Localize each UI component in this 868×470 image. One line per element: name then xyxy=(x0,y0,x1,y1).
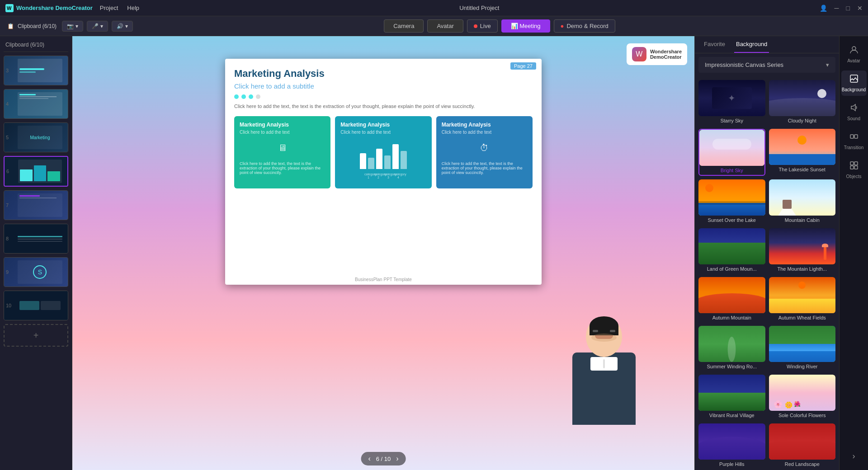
slide-footer: BusinessPlan PPT Template xyxy=(355,277,412,282)
slide-card-2: Marketing Analysis Click here to add the… xyxy=(335,116,431,188)
prev-slide-btn[interactable]: ‹ xyxy=(368,455,370,463)
app-logo: W Wondershare DemoCreator xyxy=(5,4,93,12)
slide-subtitle: Click here to add a subtitle xyxy=(234,82,533,90)
slide-thumb-10[interactable]: 10 xyxy=(4,291,68,320)
maximize-button[interactable]: □ xyxy=(846,5,850,12)
bg-thumb-vibrant-rural xyxy=(698,375,765,411)
slide-thumb-8[interactable]: 8 xyxy=(4,224,68,254)
slide-num-10: 10 xyxy=(6,303,11,308)
slide-num-5: 5 xyxy=(6,135,9,140)
mic-settings-btn[interactable]: 🎤 ▾ xyxy=(87,21,108,32)
avatar-mode-btn[interactable]: Avatar xyxy=(427,19,463,33)
live-btn[interactable]: Live xyxy=(467,19,498,33)
transition-label: Transition xyxy=(844,145,864,150)
bg-item-extra1[interactable]: Purple Hills xyxy=(698,423,765,469)
right-panel-tabs: Favorite Background xyxy=(695,36,839,53)
user-icon[interactable]: 👤 xyxy=(820,5,827,12)
menu-bar: Project Help xyxy=(100,5,139,11)
sidebar-expand-btn[interactable]: › xyxy=(841,448,867,465)
bg-item-lakeside-sunset[interactable]: The Lakeside Sunset xyxy=(769,129,836,176)
meeting-icon: 📊 xyxy=(511,23,518,29)
slide-thumb-9[interactable]: 9 S xyxy=(4,257,68,287)
bg-item-cloudy-night[interactable]: Cloudy Night xyxy=(769,80,836,125)
logo-text: Wondershare DemoCreator xyxy=(650,49,682,60)
series-selector[interactable]: Impressionistic Canvas Series ▾ xyxy=(698,57,835,73)
svg-marker-4 xyxy=(851,104,855,111)
add-slide-button[interactable]: + xyxy=(4,324,68,347)
slide-thumb-5[interactable]: 5 Marketing xyxy=(4,122,68,152)
series-dropdown-icon: ▾ xyxy=(826,61,829,68)
bg-thumb-sole-colorful: 🌸 🌼 🌺 xyxy=(769,375,836,411)
bg-item-vibrant-rural[interactable]: Vibrant Rural Village xyxy=(698,375,765,420)
bg-item-sole-colorful[interactable]: 🌸 🌼 🌺 Sole Colorful Flowers xyxy=(769,375,836,420)
bg-item-autumn-wheat[interactable]: Autumn Wheat Fields xyxy=(769,277,836,322)
bg-thumb-mountain-cabin xyxy=(769,179,836,216)
slide-thumb-4[interactable]: 4 xyxy=(4,89,68,119)
clipboard-section: 📋 Clipboard (6/10) xyxy=(7,23,57,29)
bg-item-winding-river[interactable]: Winding River xyxy=(769,326,836,371)
mode-buttons: Camera Avatar Live 📊 Meeting ● Demo & Re… xyxy=(138,19,861,33)
bg-label-vibrant-rural: Vibrant Rural Village xyxy=(698,413,765,420)
chart-bars xyxy=(340,142,426,169)
bar-3 xyxy=(376,149,382,169)
minimize-button[interactable]: ─ xyxy=(835,5,839,12)
title-bar-left: W Wondershare DemoCreator Project Help xyxy=(5,4,139,12)
bg-label-bright-sky: Bright Sky xyxy=(699,168,764,175)
bar-labels: category 1 category 2 category 3 categor… xyxy=(340,173,426,179)
live-dot xyxy=(474,24,477,28)
sidebar-item-background[interactable]: Background xyxy=(841,70,867,96)
bg-item-starry-sky[interactable]: ✦ Starry Sky xyxy=(698,80,765,125)
main-layout: Clipboard (6/10) 3 4 xyxy=(0,36,868,470)
sidebar-item-sound[interactable]: Sound xyxy=(841,99,867,125)
sidebar-item-avatar[interactable]: Avatar xyxy=(841,42,867,67)
next-slide-btn[interactable]: › xyxy=(396,455,398,463)
speaker-settings-btn[interactable]: 🔊 ▾ xyxy=(112,21,133,32)
demo-icon: ● xyxy=(561,23,564,29)
bg-item-mountain-cabin[interactable]: Mountain Cabin xyxy=(769,179,836,225)
camera-settings-btn[interactable]: 📷 ▾ xyxy=(62,21,83,32)
slide-thumb-7[interactable]: 7 xyxy=(4,190,68,220)
slide-thumb-6[interactable]: 6 xyxy=(4,156,68,187)
menu-project[interactable]: Project xyxy=(100,5,118,11)
bg-thumb-sunset-lake xyxy=(698,179,765,216)
mic-icon: 🎤 xyxy=(92,23,99,29)
bg-thumb-mountain-light xyxy=(769,228,836,264)
tools-section: 📷 ▾ 🎤 ▾ 🔊 ▾ xyxy=(62,21,133,32)
sidebar-item-objects[interactable]: Objects xyxy=(841,157,867,183)
tab-favorite[interactable]: Favorite xyxy=(702,36,727,53)
slide-img-10 xyxy=(4,291,68,320)
avatar-head xyxy=(586,316,622,357)
menu-help[interactable]: Help xyxy=(127,5,139,11)
bg-label-extra2: Red Landscape xyxy=(769,461,836,469)
bg-item-autumn-mountain[interactable]: Autumn Mountain xyxy=(698,277,765,322)
bg-label-sunset-lake: Sunset Over the Lake xyxy=(698,217,765,225)
slide-num-8: 8 xyxy=(6,236,9,241)
bg-label-starry-sky: Starry Sky xyxy=(698,118,765,125)
sidebar-item-transition[interactable]: Transition xyxy=(841,128,867,154)
tab-background[interactable]: Background xyxy=(734,36,769,53)
camera-mode-btn[interactable]: Camera xyxy=(384,19,424,33)
bg-item-extra2[interactable]: Red Landscape xyxy=(769,423,836,469)
bg-item-land-green[interactable]: Land of Green Moun... xyxy=(698,228,765,273)
bg-thumb-land-green xyxy=(698,228,765,264)
bg-item-bright-sky[interactable]: Bright Sky xyxy=(698,129,765,176)
camera-settings-label: ▾ xyxy=(75,23,78,29)
slide-thumb-3[interactable]: 3 xyxy=(4,56,68,85)
background-grid: ✦ Starry Sky Cloudy Night xyxy=(695,76,839,470)
card-1-icon: 🖥 xyxy=(240,143,325,153)
meeting-btn[interactable]: 📊 Meeting xyxy=(501,19,550,33)
background-icon xyxy=(849,74,859,85)
bg-label-mountain-light: The Mountain Lighth... xyxy=(769,266,836,273)
slide-img-5: Marketing xyxy=(4,123,68,152)
bg-item-summer-winding[interactable]: Summer Winding Ro... xyxy=(698,326,765,371)
bg-item-sunset-lake[interactable]: Sunset Over the Lake xyxy=(698,179,765,225)
bg-label-cloudy-night: Cloudy Night xyxy=(769,118,836,125)
bar-6 xyxy=(401,151,407,169)
svg-rect-9 xyxy=(850,166,854,169)
bg-item-mountain-light[interactable]: The Mountain Lighth... xyxy=(769,228,836,273)
bar-2 xyxy=(368,158,374,169)
slides-panel: Clipboard (6/10) 3 4 xyxy=(0,36,72,470)
demo-btn[interactable]: ● Demo & Record xyxy=(554,19,615,33)
bg-thumb-extra1 xyxy=(698,423,765,460)
close-button[interactable]: ✕ xyxy=(857,5,863,12)
